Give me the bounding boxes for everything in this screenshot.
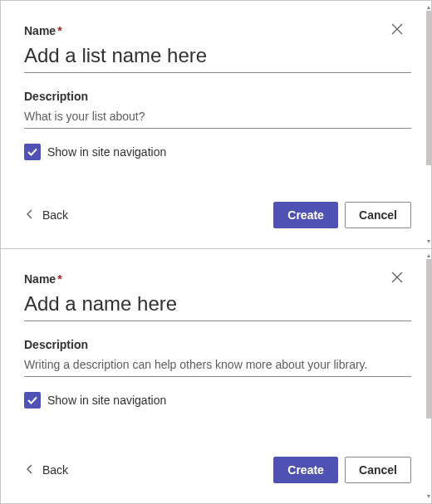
scroll-up-arrow-icon[interactable]: ▴ bbox=[427, 4, 430, 11]
cancel-button[interactable]: Cancel bbox=[345, 457, 411, 483]
required-indicator: * bbox=[57, 272, 61, 286]
scroll-down-arrow-icon[interactable]: ▾ bbox=[427, 493, 430, 500]
show-in-nav-label[interactable]: Show in site navigation bbox=[47, 145, 166, 159]
close-icon bbox=[391, 23, 403, 35]
name-input[interactable] bbox=[24, 291, 411, 321]
back-button[interactable]: Back bbox=[24, 205, 70, 225]
scroll-track[interactable] bbox=[426, 259, 431, 493]
scroll-track[interactable] bbox=[426, 11, 431, 238]
create-button[interactable]: Create bbox=[273, 202, 338, 228]
description-label: Description bbox=[24, 338, 411, 351]
scrollbar[interactable]: ▴ ▾ bbox=[426, 252, 431, 500]
scroll-up-arrow-icon[interactable]: ▴ bbox=[427, 252, 430, 259]
description-label: Description bbox=[24, 90, 411, 103]
name-input[interactable] bbox=[24, 42, 411, 73]
name-label: Name* bbox=[24, 272, 411, 286]
create-button[interactable]: Create bbox=[273, 457, 338, 483]
check-icon bbox=[27, 394, 38, 406]
back-label: Back bbox=[42, 208, 68, 222]
create-library-dialog: Name* Description Show in site navigatio… bbox=[1, 248, 431, 503]
back-label: Back bbox=[42, 463, 68, 477]
back-button[interactable]: Back bbox=[24, 460, 70, 480]
cancel-button[interactable]: Cancel bbox=[345, 202, 411, 228]
show-in-nav-label[interactable]: Show in site navigation bbox=[47, 394, 166, 407]
required-indicator: * bbox=[57, 24, 61, 37]
close-icon bbox=[391, 272, 403, 283]
show-in-nav-checkbox[interactable] bbox=[24, 144, 41, 160]
name-label: Name* bbox=[24, 24, 411, 37]
create-list-dialog: Name* Description Show in site navigatio… bbox=[1, 1, 431, 248]
chevron-left-icon bbox=[26, 208, 34, 222]
scroll-down-arrow-icon[interactable]: ▾ bbox=[427, 238, 430, 245]
close-button[interactable] bbox=[391, 22, 405, 36]
show-in-nav-checkbox[interactable] bbox=[24, 392, 41, 409]
check-icon bbox=[27, 146, 38, 158]
chevron-left-icon bbox=[26, 463, 34, 477]
description-input[interactable] bbox=[24, 108, 411, 129]
scroll-thumb[interactable] bbox=[426, 259, 431, 418]
close-button[interactable] bbox=[391, 271, 405, 284]
scrollbar[interactable]: ▴ ▾ bbox=[426, 4, 431, 245]
scroll-thumb[interactable] bbox=[426, 11, 431, 165]
description-input[interactable] bbox=[24, 356, 411, 377]
